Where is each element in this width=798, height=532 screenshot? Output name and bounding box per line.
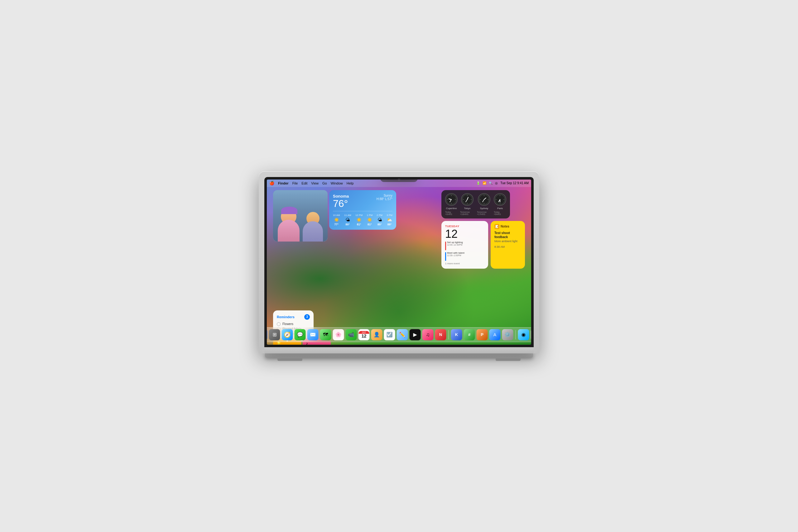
dock-facetime[interactable]: 📹 <box>346 329 357 340</box>
screen: 🍎 Finder File Edit View Go Window Help 🔋… <box>267 179 531 345</box>
wallpaper: 🍎 Finder File Edit View Go Window Help 🔋… <box>267 179 531 345</box>
apple-menu[interactable]: 🍎 <box>269 181 274 186</box>
cal-more: 1 more event <box>445 262 484 265</box>
battery-icon: 🔋 <box>476 182 480 185</box>
weather-forecast: 10 AM ☀️ 77° 11 AM 🌤 80° 12 PM <box>333 211 393 226</box>
dock-mail[interactable]: ✉️ <box>307 329 319 340</box>
menu-window[interactable]: Window <box>331 182 343 185</box>
calendar-widget: TUESDAY 12 Set up lighting 12:00–12:30PM <box>441 221 488 269</box>
forecast-3pm: 3 PM ⛅ 88° <box>386 214 393 226</box>
menu-help[interactable]: Help <box>347 182 354 185</box>
clock-sydney: Sydney Tomorrow +17HRS <box>477 193 491 215</box>
dock-separator <box>449 330 449 339</box>
laptop-outer: 🍎 Finder File Edit View Go Window Help 🔋… <box>259 171 539 361</box>
cal-event-2: Meet with talent 12:30–1:00PM <box>445 251 484 261</box>
forecast-12pm: 12 PM ☀️ 81° <box>355 214 363 226</box>
dock-messages[interactable]: 💬 <box>294 329 306 340</box>
foot-left <box>278 358 302 361</box>
dock-music[interactable]: ♫ <box>422 329 434 340</box>
weather-temp: 76° <box>333 198 349 209</box>
laptop-base <box>265 354 533 358</box>
widgets-top-right: Cupertino Today +0HRS <box>441 190 525 269</box>
siri-icon[interactable]: ◎ <box>495 182 498 185</box>
dock-pages[interactable]: P <box>477 329 488 340</box>
cal-date: 12 <box>445 228 484 240</box>
forecast-10am: 10 AM ☀️ 77° <box>333 214 340 226</box>
world-clock-widget: Cupertino Today +0HRS <box>441 190 510 218</box>
dock-appstore[interactable]: A <box>489 329 501 340</box>
dock-contacts[interactable]: 👤 <box>371 329 382 340</box>
reminders-title: Reminders <box>277 315 294 319</box>
photo-widget <box>273 190 328 242</box>
notes-widget: 📝 Notes Test shoot feedback More ambient… <box>491 221 525 269</box>
dock-appletv[interactable]: ▶ <box>410 329 421 340</box>
clock-face-paris <box>494 193 506 206</box>
laptop-body: 🍎 Finder File Edit View Go Window Help 🔋… <box>259 171 539 354</box>
menubar: 🍎 Finder File Edit View Go Window Help 🔋… <box>267 179 531 187</box>
menubar-right: 🔋 📶 🔍 ◎ Tue Sep 12 9:41 AM <box>476 182 529 185</box>
dock-widgets[interactable]: ◉ <box>518 329 529 340</box>
notes-icon: 📝 <box>494 224 499 229</box>
menu-file[interactable]: File <box>292 182 298 185</box>
dock-trash[interactable]: 🗑 <box>531 329 531 340</box>
screen-bezel: 🍎 Finder File Edit View Go Window Help 🔋… <box>264 177 534 347</box>
search-icon[interactable]: 🔍 <box>489 182 493 185</box>
clock-face-sydney <box>478 193 490 206</box>
weather-widget: Sonoma 76° Sunny H:88° L:57° 10 AM <box>329 190 396 230</box>
calendar-notes-row: TUESDAY 12 Set up lighting 12:00–12:30PM <box>441 221 525 269</box>
clock-face-tokyo <box>461 193 474 206</box>
clocks-row: Cupertino Today +0HRS <box>445 193 506 215</box>
datetime-display: Tue Sep 12 9:41 AM <box>500 182 529 185</box>
reminder-text-1: Flowers <box>282 322 293 326</box>
reminder-circle-1 <box>277 322 281 326</box>
dock: 🗂 ⊞ 🧭 💬 <box>267 327 531 342</box>
reminders-count: 3 <box>304 314 310 320</box>
clock-paris: Paris Today +9HRS <box>494 193 506 215</box>
laptop-feet <box>259 358 539 361</box>
forecast-11am: 11 AM 🌤 80° <box>344 214 351 226</box>
notes-content: Test shoot feedback <box>494 231 521 239</box>
forecast-1pm: 1 PM ☀️ 81° <box>366 214 373 226</box>
notes-title-label: Notes <box>501 225 509 228</box>
notes-time: 8:30 AM <box>494 245 521 248</box>
reminders-header: Reminders 3 <box>277 314 310 320</box>
menu-edit[interactable]: Edit <box>301 182 307 185</box>
weather-hi-lo: H:88° L:57° <box>377 197 393 201</box>
forecast-2pm: 2 PM 🌤 85° <box>377 214 382 226</box>
photo-image <box>273 190 328 242</box>
notes-header: 📝 Notes <box>494 224 521 229</box>
wifi-icon: 📶 <box>482 182 486 185</box>
dock-maps[interactable]: 🗺 <box>320 329 331 340</box>
reminder-item-1: Flowers <box>277 322 310 326</box>
dock-calendar[interactable]: SEP 12 <box>359 329 370 340</box>
dock-systemprefs[interactable]: ⚙️ <box>502 329 513 340</box>
cal-event-bar-1 <box>445 242 446 250</box>
dock-numbers[interactable]: # <box>464 329 475 340</box>
dock-safari[interactable]: 🧭 <box>282 329 293 340</box>
clock-face-cupertino <box>445 193 458 206</box>
clock-tokyo: Tokyo Tomorrow +16HRS <box>460 193 474 215</box>
dock-freeform[interactable]: ✏️ <box>397 329 408 340</box>
dock-reminders[interactable]: ☑️ <box>384 329 395 340</box>
foot-right <box>496 358 520 361</box>
dock-separator-2 <box>516 330 516 339</box>
laptop-chin <box>264 347 534 354</box>
cal-event-1: Set up lighting 12:00–12:30PM <box>445 241 484 250</box>
dock-keynote[interactable]: K <box>451 329 462 340</box>
cal-event-bar-2 <box>445 252 446 261</box>
clock-cupertino: Cupertino Today +0HRS <box>445 193 458 215</box>
menu-finder[interactable]: Finder <box>278 182 289 185</box>
dock-launchpad[interactable]: ⊞ <box>269 329 280 340</box>
menu-go[interactable]: Go <box>322 182 327 185</box>
weather-condition: Sunny <box>377 194 393 197</box>
dock-finder[interactable]: 🗂 <box>267 329 267 340</box>
cal-day: TUESDAY <box>445 225 484 228</box>
menubar-left: 🍎 Finder File Edit View Go Window Help <box>269 181 354 186</box>
menu-view[interactable]: View <box>311 182 319 185</box>
dock-photos[interactable]: 🌸 <box>333 329 344 340</box>
notes-body: More ambient light <box>494 240 521 243</box>
dock-news[interactable]: N <box>435 329 446 340</box>
